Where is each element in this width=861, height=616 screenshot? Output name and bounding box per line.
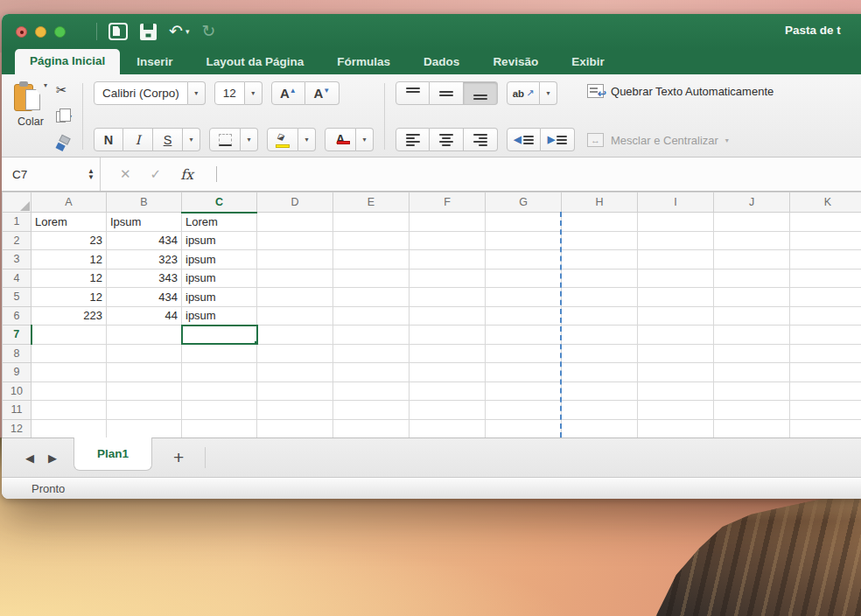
cell-F3[interactable]	[410, 250, 486, 270]
cell-G1[interactable]	[486, 213, 562, 232]
font-color-button[interactable]: A	[325, 128, 356, 151]
cell-E7[interactable]	[333, 326, 410, 345]
italic-button[interactable]: I	[123, 128, 153, 151]
cell-D3[interactable]	[257, 250, 333, 270]
cell-K7[interactable]	[790, 326, 861, 345]
cell-E9[interactable]	[333, 363, 410, 382]
cell-D8[interactable]	[257, 344, 333, 363]
cell-B10[interactable]	[107, 382, 182, 401]
cell-C6[interactable]: ipsum	[182, 306, 257, 326]
cell-E2[interactable]	[333, 231, 410, 250]
cell-J7[interactable]	[714, 326, 790, 345]
column-header-H[interactable]: H	[562, 192, 638, 213]
cell-K8[interactable]	[790, 344, 861, 363]
cell-F9[interactable]	[410, 363, 486, 382]
cell-H4[interactable]	[562, 269, 638, 288]
row-header-12[interactable]: 12	[3, 419, 32, 438]
font-color-dropdown-button[interactable]: ▾	[356, 128, 374, 151]
cell-H8[interactable]	[562, 344, 638, 363]
wrap-text-button[interactable]: ↩ Quebrar Texto Automaticamente	[587, 84, 774, 98]
column-header-A[interactable]: A	[32, 192, 107, 213]
cell-F7[interactable]	[410, 326, 486, 345]
cell-A2[interactable]: 23	[32, 231, 107, 250]
align-right-button[interactable]	[464, 128, 498, 151]
decrease-font-size-button[interactable]: A▼	[305, 81, 340, 105]
cell-A6[interactable]: 223	[32, 306, 107, 326]
copy-icon[interactable]	[56, 111, 66, 122]
cell-B5[interactable]: 434	[107, 288, 182, 307]
cell-C4[interactable]: ipsum	[182, 269, 257, 288]
cell-F2[interactable]	[410, 231, 486, 250]
confirm-icon[interactable]: ✓	[150, 166, 162, 182]
orientation-button[interactable]: ab ↗	[507, 81, 540, 105]
cell-A8[interactable]	[32, 344, 107, 363]
cell-E1[interactable]	[333, 213, 410, 232]
align-middle-button[interactable]	[430, 81, 464, 105]
cell-K6[interactable]	[790, 306, 861, 326]
cell-C12[interactable]	[182, 419, 257, 438]
align-left-button[interactable]	[396, 128, 430, 151]
row-header-10[interactable]: 10	[3, 382, 32, 401]
borders-button[interactable]	[209, 128, 241, 151]
sheet-nav-right-icon[interactable]: ▶	[42, 452, 63, 465]
workbook-gallery-icon[interactable]	[108, 23, 128, 40]
row-header-4[interactable]: 4	[3, 269, 32, 288]
column-header-E[interactable]: E	[333, 192, 410, 213]
zoom-button[interactable]	[54, 26, 66, 38]
cell-B7[interactable]	[107, 326, 182, 345]
cell-G6[interactable]	[486, 306, 562, 326]
sheet-nav-left-icon[interactable]: ◀	[19, 452, 40, 465]
cell-B2[interactable]: 434	[107, 231, 182, 250]
cell-H5[interactable]	[562, 288, 638, 307]
cell-D12[interactable]	[257, 419, 333, 438]
column-header-B[interactable]: B	[107, 192, 182, 213]
cell-G9[interactable]	[486, 363, 562, 382]
column-header-K[interactable]: K	[790, 192, 861, 213]
cell-D1[interactable]	[257, 213, 333, 232]
cell-K4[interactable]	[790, 269, 861, 288]
cell-K10[interactable]	[790, 382, 861, 401]
row-header-1[interactable]: 1	[3, 213, 32, 232]
cell-G7[interactable]	[486, 326, 562, 345]
cell-D4[interactable]	[257, 269, 333, 288]
column-header-G[interactable]: G	[486, 192, 562, 213]
undo-dropdown-icon[interactable]: ▾	[186, 27, 190, 36]
orientation-dropdown-button[interactable]: ▾	[540, 81, 557, 105]
cell-J4[interactable]	[714, 269, 790, 288]
cell-C11[interactable]	[182, 401, 257, 420]
cell-A10[interactable]	[32, 382, 107, 401]
cell-E12[interactable]	[333, 419, 410, 438]
column-header-C[interactable]: C	[182, 192, 257, 213]
cell-H7[interactable]	[562, 326, 638, 345]
cell-I6[interactable]	[638, 306, 714, 326]
cell-G10[interactable]	[486, 382, 562, 401]
cell-B11[interactable]	[107, 401, 182, 420]
cell-A9[interactable]	[32, 363, 107, 382]
cell-E5[interactable]	[333, 288, 410, 307]
paste-dropdown-icon[interactable]: ▾	[44, 81, 47, 89]
cell-I8[interactable]	[638, 344, 714, 363]
cell-D10[interactable]	[257, 382, 333, 401]
add-sheet-button[interactable]: +	[173, 447, 184, 468]
cell-D6[interactable]	[257, 306, 333, 326]
cell-K5[interactable]	[790, 288, 861, 307]
row-header-3[interactable]: 3	[3, 250, 32, 270]
save-icon[interactable]	[140, 24, 157, 40]
column-header-F[interactable]: F	[410, 192, 486, 213]
sheet-tab-plan1[interactable]: Plan1	[74, 438, 152, 471]
tab-dados[interactable]: Dados	[407, 51, 476, 74]
cell-B9[interactable]	[107, 363, 182, 382]
cell-C2[interactable]: ipsum	[182, 231, 257, 250]
cell-A7[interactable]	[32, 326, 107, 345]
cell-G4[interactable]	[486, 269, 562, 288]
merge-dropdown-icon[interactable]: ▾	[725, 136, 729, 144]
row-header-11[interactable]: 11	[3, 401, 32, 420]
column-header-D[interactable]: D	[257, 192, 333, 213]
cell-C8[interactable]	[182, 344, 257, 363]
close-button[interactable]	[16, 26, 27, 38]
insert-function-icon[interactable]: fx	[180, 166, 193, 183]
row-header-9[interactable]: 9	[3, 363, 32, 382]
cell-G5[interactable]	[486, 288, 562, 307]
cell-F4[interactable]	[410, 269, 486, 288]
cell-I5[interactable]	[638, 288, 714, 307]
